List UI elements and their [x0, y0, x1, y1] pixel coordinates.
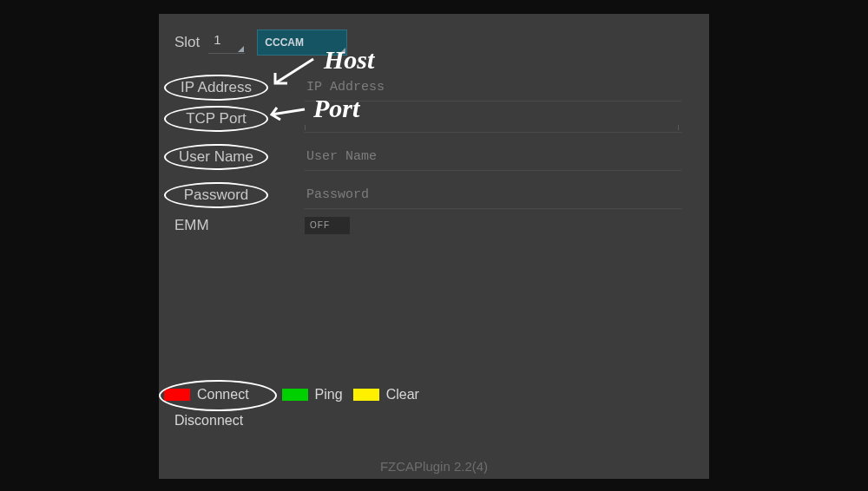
slot-value: 1 [214, 32, 220, 47]
ping-label: Ping [315, 387, 343, 403]
ip-address-label: IP Address [181, 79, 252, 96]
tcp-port-label: TCP Port [186, 110, 247, 128]
yellow-swatch-icon [353, 389, 379, 401]
protocol-value: CCCAM [265, 36, 304, 49]
slot-row: Slot 1 CCCAM [174, 29, 347, 56]
green-swatch-icon [282, 389, 308, 401]
tcp-port-label-wrap: TCP Port [164, 106, 268, 132]
footer-version: FZCAPlugin 2.2(4) [159, 459, 709, 474]
ip-address-input[interactable] [305, 73, 681, 101]
tick-mark [305, 125, 306, 130]
slot-selector[interactable]: 1 [208, 32, 245, 54]
settings-panel: Slot 1 CCCAM IP Address TCP Port User Na… [159, 14, 709, 479]
annotation-host: Host [324, 45, 374, 75]
emm-label: EMM [174, 217, 209, 234]
username-label: User Name [179, 148, 253, 166]
svg-line-0 [275, 59, 313, 83]
arrow-host-icon [266, 54, 319, 90]
emm-state: OFF [310, 220, 330, 230]
emm-toggle[interactable]: OFF [305, 217, 350, 234]
username-input[interactable] [305, 142, 681, 171]
disconnect-label[interactable]: Disconnect [174, 413, 243, 429]
dropdown-triangle-icon [238, 46, 244, 52]
clear-label: Clear [386, 387, 419, 403]
slot-label: Slot [174, 34, 200, 51]
username-label-wrap: User Name [164, 144, 268, 170]
password-input[interactable] [305, 180, 681, 209]
clear-button[interactable]: Clear [353, 387, 419, 403]
annotation-port: Port [313, 94, 359, 123]
action-row: Connect Ping Clear [164, 387, 419, 403]
svg-line-1 [272, 109, 305, 115]
ip-address-label-wrap: IP Address [164, 75, 268, 101]
password-label-wrap: Password [164, 182, 268, 208]
password-label: Password [184, 187, 249, 204]
red-swatch-icon [164, 389, 190, 401]
connect-button[interactable]: Connect [164, 387, 249, 403]
tcp-port-input[interactable] [305, 104, 681, 133]
ping-button[interactable]: Ping [282, 387, 343, 403]
connect-label: Connect [197, 387, 249, 403]
tick-mark [678, 125, 679, 130]
arrow-port-icon [265, 99, 308, 121]
